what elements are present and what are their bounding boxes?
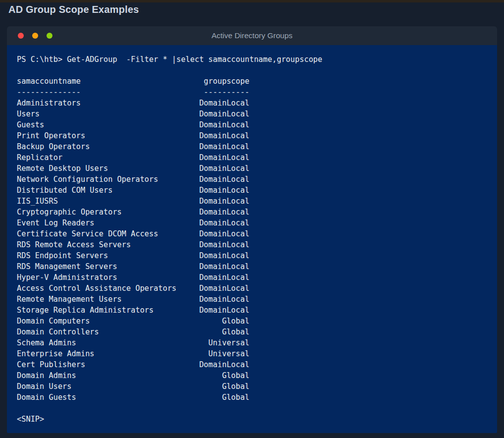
page-title: AD Group Scope Examples [8,4,139,15]
table-row: Domain Guests Global [17,392,491,403]
terminal-body: PS C:\htb> Get-ADGroup -Filter * |select… [7,45,497,433]
terminal-title: Active Directory Groups [7,26,497,45]
table-row: Network Configuration Operators DomainLo… [17,174,491,185]
table-row: Domain Admins Global [17,370,491,381]
table-row: Cert Publishers DomainLocal [17,359,491,370]
terminal-titlebar: Active Directory Groups [7,26,497,45]
table-row: Cryptographic Operators DomainLocal [17,207,491,218]
table-row: Domain Controllers Global [17,327,491,337]
table-row: Distributed COM Users DomainLocal [17,185,491,196]
table-row: Access Control Assistance Operators Doma… [17,283,491,294]
blank-line [17,65,491,76]
table-row: Guests DomainLocal [17,119,491,130]
table-row: Storage Replica Administrators DomainLoc… [17,305,491,316]
top-border [0,0,504,2]
table-row: RDS Management Servers DomainLocal [17,261,491,272]
table-row: Domain Computers Global [17,316,491,327]
table-row: Enterprise Admins Universal [17,348,491,359]
blank-line [17,403,491,414]
snip-marker: <SNIP> [17,414,491,425]
table-row: Remote Management Users DomainLocal [17,294,491,305]
table-row: Domain Users Global [17,381,491,392]
table-row: Schema Admins Universal [17,337,491,348]
table-row: Event Log Readers DomainLocal [17,218,491,228]
table-row: RDS Remote Access Servers DomainLocal [17,239,491,250]
table-row: Certificate Service DCOM Access DomainLo… [17,228,491,239]
terminal-output: PS C:\htb> Get-ADGroup -Filter * |select… [17,54,491,425]
table-row: Hyper-V Administrators DomainLocal [17,272,491,283]
table-row: Users DomainLocal [17,109,491,119]
table-row: Remote Desktop Users DomainLocal [17,163,491,174]
table-header-underline: -------------- ---------- [17,87,491,98]
table-row: Print Operators DomainLocal [17,130,491,141]
terminal-window: Active Directory Groups PS C:\htb> Get-A… [7,26,497,433]
table-row: Administrators DomainLocal [17,98,491,109]
table-row: IIS_IUSRS DomainLocal [17,196,491,207]
table-header: samaccountname groupscope [17,76,491,87]
command-line: PS C:\htb> Get-ADGroup -Filter * |select… [17,54,491,65]
table-row: Backup Operators DomainLocal [17,141,491,152]
table-row: RDS Endpoint Servers DomainLocal [17,250,491,261]
table-row: Replicator DomainLocal [17,152,491,163]
